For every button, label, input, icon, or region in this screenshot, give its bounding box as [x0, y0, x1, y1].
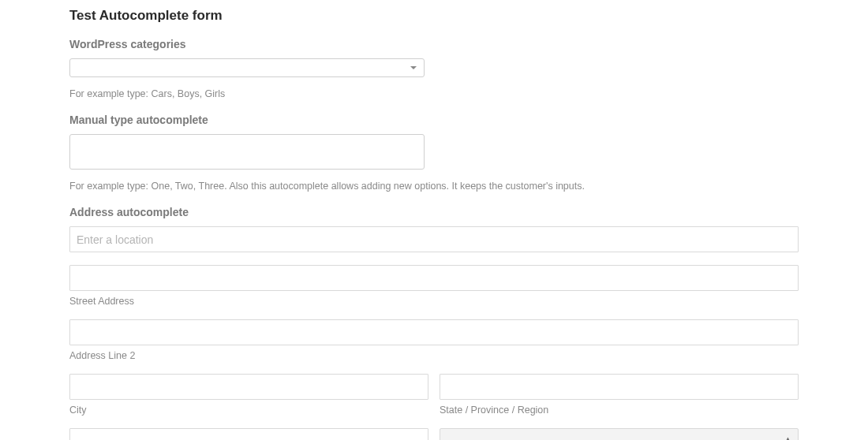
wordpress-categories-select[interactable] [69, 58, 425, 77]
country-select[interactable] [440, 428, 799, 440]
street-address-sublabel: Street Address [69, 296, 799, 307]
zip-col: ZIP / Postal Code [69, 428, 428, 440]
form-title: Test Autocomplete form [69, 8, 799, 24]
wordpress-categories-select-wrapper [69, 58, 425, 77]
wordpress-categories-label: WordPress categories [69, 38, 799, 50]
wordpress-categories-helper: For example type: Cars, Boys, Girls [69, 88, 799, 99]
zip-country-row: ZIP / Postal Code ▲▼ Country [69, 428, 799, 440]
country-select-wrapper: ▲▼ [440, 428, 799, 440]
address-line2-sublabel: Address Line 2 [69, 350, 799, 361]
line2-row: Address Line 2 [69, 319, 799, 361]
location-row [69, 226, 799, 252]
city-state-row: City State / Province / Region [69, 374, 799, 416]
city-input[interactable] [69, 374, 428, 400]
manual-type-group: Manual type autocomplete For example typ… [69, 114, 799, 192]
state-sublabel: State / Province / Region [440, 405, 799, 416]
state-col: State / Province / Region [440, 374, 799, 416]
zip-input[interactable] [69, 428, 428, 440]
manual-type-label: Manual type autocomplete [69, 114, 799, 126]
city-col: City [69, 374, 428, 416]
wordpress-categories-group: WordPress categories For example type: C… [69, 38, 799, 99]
city-sublabel: City [69, 405, 428, 416]
manual-type-input[interactable] [69, 134, 425, 170]
address-group: Address autocomplete Street Address Addr… [69, 206, 799, 440]
address-label: Address autocomplete [69, 206, 799, 218]
state-input[interactable] [440, 374, 799, 400]
street-address-input[interactable] [69, 265, 799, 291]
location-input[interactable] [69, 226, 799, 252]
manual-type-helper: For example type: One, Two, Three. Also … [69, 181, 799, 192]
address-line2-input[interactable] [69, 319, 799, 345]
country-col: ▲▼ Country [440, 428, 799, 440]
street-row: Street Address [69, 265, 799, 307]
